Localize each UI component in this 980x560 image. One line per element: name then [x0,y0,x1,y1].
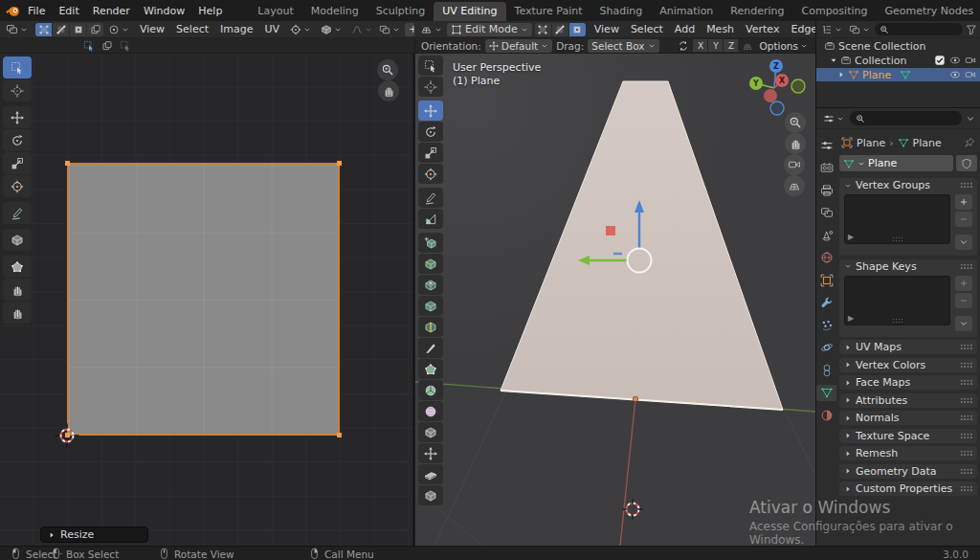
vertex-groups-remove-button[interactable] [955,212,972,227]
tool-grab[interactable] [3,256,32,278]
panel-header-vertex-colors[interactable]: Vertex Colors [839,358,977,372]
tool-rotate[interactable] [3,129,32,151]
properties-search-input[interactable] [850,111,962,125]
properties-tab-scene[interactable] [816,227,836,243]
tool-move[interactable] [418,101,443,121]
tool-cursor[interactable] [418,77,443,97]
shape-keys-remove-button[interactable] [955,293,972,308]
uv-menu-image[interactable]: Image [214,22,258,36]
tool-select-box[interactable] [418,56,443,76]
properties-tab-constraints[interactable] [816,362,836,378]
axis-x-neg-ball[interactable] [764,89,777,102]
tool-transform[interactable] [418,164,443,184]
tool-scale[interactable] [418,143,443,163]
axis-y-neg-ball[interactable] [791,79,805,93]
panel-grip[interactable] [960,362,972,369]
panel-grip[interactable] [960,182,972,189]
outliner-display-mode-button[interactable] [847,24,872,35]
resize-operator-panel[interactable]: Resize [40,526,148,543]
mode-selector[interactable]: Edit Mode [447,23,532,36]
edge-mode-button[interactable] [552,23,568,36]
panel-header-attributes[interactable]: Attributes [839,393,977,408]
select-mode-subtract-button[interactable] [117,39,133,53]
viewport-menu-edge[interactable]: Edge [785,22,815,36]
properties-tab-object-data[interactable] [816,385,836,401]
eye-icon[interactable] [949,69,961,80]
fake-user-button[interactable] [956,155,977,171]
workspace-tab-rendering[interactable]: Rendering [722,2,792,21]
tool-relax[interactable] [3,279,32,301]
panel-grip[interactable] [960,344,972,350]
tool-select-box[interactable] [3,56,32,78]
panel-header-texture-space[interactable]: Texture Space [839,429,977,443]
breadcrumb-data[interactable]: Plane [913,137,942,149]
uv-editor-type-button[interactable] [4,23,30,35]
tool-scale[interactable] [3,152,32,174]
uv-menu-uv[interactable]: UV [259,22,286,36]
panel-header-vertex-groups[interactable]: Vertex Groups [839,178,977,192]
uv-pivot-button[interactable] [288,24,313,35]
tool-move[interactable] [3,106,32,128]
shape-keys-specials-button[interactable] [955,316,972,331]
menu-edit[interactable]: Edit [52,3,85,19]
tool-annotate[interactable] [3,202,32,224]
uv-select-face-button[interactable] [70,23,86,36]
uv-menu-view[interactable]: View [134,22,170,36]
outliner-row-scene-collection[interactable]: Scene Collection [816,39,980,53]
uv-island[interactable] [67,163,340,436]
orientation-dropdown[interactable]: Default [485,39,552,53]
tool-rip-region[interactable] [418,485,443,505]
drag-dropdown[interactable]: Select Box [588,39,658,53]
menu-file[interactable]: File [21,3,52,19]
list-grip[interactable] [892,318,903,323]
eye-icon[interactable] [949,55,961,66]
panel-grip[interactable] [960,414,972,421]
tool-bevel[interactable] [418,296,443,316]
navigation-gizmo[interactable]: Z Y X [749,59,805,115]
tool-knife[interactable] [418,338,443,358]
workspace-tab-compositing[interactable]: Compositing [793,2,877,21]
tool-measure[interactable] [418,209,443,229]
panel-header-shape-keys[interactable]: Shape Keys [839,259,977,274]
outliner-row-collection[interactable]: Collection [816,54,980,67]
menu-help[interactable]: Help [191,3,229,19]
tool-spin[interactable] [418,380,443,400]
workspace-tab-uv-editing[interactable]: UV Editing [434,2,505,21]
uv-select-island-button[interactable] [87,23,103,36]
tool-poly-build[interactable] [418,359,443,379]
uv-zoom-button[interactable] [377,59,398,80]
properties-tab-view-layer[interactable] [816,205,836,221]
properties-tab-object[interactable] [816,272,836,288]
workspace-tab-sculpting[interactable]: Sculpting [368,2,434,21]
properties-tab-particles[interactable] [816,317,836,333]
workspace-tab-texture-paint[interactable]: Texture Paint [506,2,591,21]
tool-transform[interactable] [3,175,32,197]
pin-icon[interactable] [964,137,975,148]
panel-header-uv-maps[interactable]: UV Maps [839,340,977,354]
properties-tab-world[interactable] [816,250,836,266]
list-grip[interactable] [892,236,903,241]
axis-z-neg-ball[interactable] [770,101,784,115]
vertex-groups-specials-button[interactable] [955,235,972,250]
viewport-pan-button[interactable] [785,133,806,154]
properties-editor-type-button[interactable] [821,113,846,124]
vertex-mode-button[interactable] [535,23,551,36]
tool-extrude-region[interactable] [418,254,443,274]
uv-pan-button[interactable] [378,80,399,101]
blender-logo[interactable] [5,3,20,18]
uv-vertex[interactable] [337,433,342,437]
workspace-tab-modeling[interactable]: Modeling [302,2,368,21]
tool-cursor[interactable] [3,79,32,101]
tool-rip-region[interactable] [3,229,32,251]
workspace-tab-geometry-nodes[interactable]: Geometry Nodes [876,2,980,21]
proportional-falloff-button[interactable] [349,24,374,35]
tool-smooth[interactable] [418,401,443,421]
uv-snap-target-button[interactable] [319,24,344,35]
panel-grip[interactable] [960,379,972,386]
panel-header-custom-properties[interactable]: Custom Properties [839,482,977,496]
panel-grip[interactable] [960,263,972,270]
vertex-groups-list[interactable]: ▶ [844,194,950,244]
viewport-menu-vertex[interactable]: Vertex [740,22,785,36]
list-resize-caret[interactable]: ▶ [848,314,854,323]
checkbox-icon[interactable] [934,55,946,66]
